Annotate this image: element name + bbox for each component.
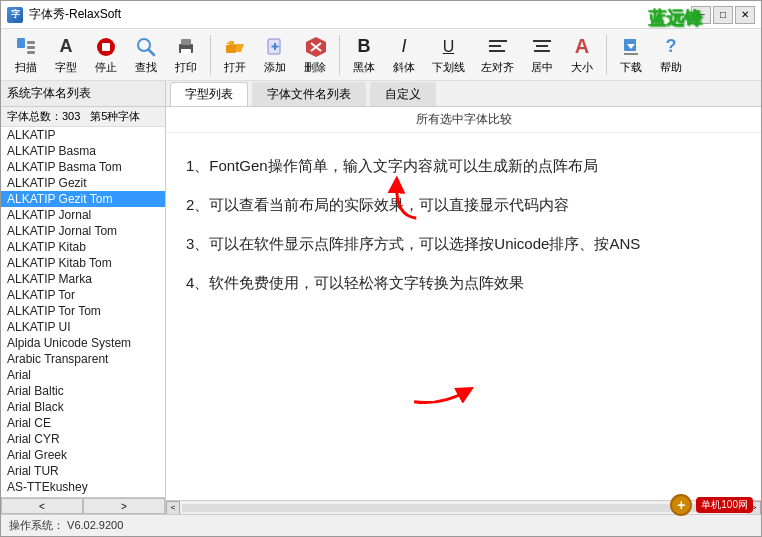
svg-rect-3: [27, 51, 35, 54]
stop-icon: [94, 35, 118, 59]
find-label: 查找: [135, 60, 157, 75]
font-list-item[interactable]: ALKATIP Basma: [1, 143, 165, 159]
font-list-item[interactable]: ALKATIP Kitab Tom: [1, 255, 165, 271]
font-list-item[interactable]: AS-TTEkushey: [1, 479, 165, 495]
toolbar: 扫描 A 字型 停止 查找 打印: [1, 29, 761, 81]
scan-button[interactable]: 扫描: [7, 32, 45, 78]
svg-rect-2: [27, 46, 35, 49]
find-button[interactable]: 查找: [127, 32, 165, 78]
font-stats: 字体总数：303 第5种字体: [1, 107, 165, 127]
font-list-item[interactable]: ALKATIP Kitab: [1, 239, 165, 255]
print-icon: [174, 35, 198, 59]
svg-rect-10: [181, 49, 191, 54]
download-button[interactable]: 下载: [612, 32, 650, 78]
svg-rect-9: [181, 39, 191, 45]
size-button[interactable]: A 大小: [563, 32, 601, 78]
font-icon: A: [54, 35, 78, 59]
list-scroll-btns: < >: [1, 497, 165, 514]
close-button[interactable]: ✕: [735, 6, 755, 24]
font-list-item[interactable]: ALKATIP Gezit: [1, 175, 165, 191]
print-button[interactable]: 打印: [167, 32, 205, 78]
open-button[interactable]: 打开: [216, 32, 254, 78]
add-button[interactable]: 添加: [256, 32, 294, 78]
bold-button[interactable]: B 黑体: [345, 32, 383, 78]
right-panel: 字型列表 字体文件名列表 自定义 蓝远锋 所有选中字体比较: [166, 81, 761, 514]
font-list-item[interactable]: Arial CYR: [1, 431, 165, 447]
open-label: 打开: [224, 60, 246, 75]
add-icon: [263, 35, 287, 59]
italic-icon: I: [392, 35, 416, 59]
size-label: 大小: [571, 60, 593, 75]
font-list-item[interactable]: ALKATIP UI: [1, 319, 165, 335]
scroll-right-button[interactable]: >: [83, 498, 165, 514]
font-list-item[interactable]: ALKATIP: [1, 127, 165, 143]
underline-icon: U: [437, 35, 461, 59]
total-value: 303: [62, 110, 80, 122]
font-list-item[interactable]: Alpida Unicode System: [1, 335, 165, 351]
help-button[interactable]: ? 帮助: [652, 32, 690, 78]
font-list-item[interactable]: Arial Black: [1, 399, 165, 415]
stop-button[interactable]: 停止: [87, 32, 125, 78]
main-content: 系统字体名列表 字体总数：303 第5种字体 ALKATIPALKATIP Ba…: [1, 81, 761, 514]
print-label: 打印: [175, 60, 197, 75]
tab-bar: 字型列表 字体文件名列表 自定义 蓝远锋: [166, 81, 761, 107]
help-icon: ?: [659, 35, 683, 59]
preview-line-2: 2、可以查看当前布局的实际效果，可以直接显示代码内容: [186, 188, 741, 221]
font-list-item[interactable]: ALKATIP Jornal: [1, 207, 165, 223]
font-list-header: 系统字体名列表: [1, 81, 165, 107]
h-scroll-left[interactable]: <: [166, 501, 180, 515]
font-list-item[interactable]: Arial: [1, 367, 165, 383]
align-left-button[interactable]: 左对齐: [474, 32, 521, 78]
font-button[interactable]: A 字型: [47, 32, 85, 78]
font-list-item[interactable]: Arabic Transparent: [1, 351, 165, 367]
font-list[interactable]: ALKATIPALKATIP BasmaALKATIP Basma TomALK…: [1, 127, 165, 497]
font-list-item[interactable]: Arial CE: [1, 415, 165, 431]
preview-area: 1、FontGen操作简单，输入文字内容就可以生成新的点阵布局2、可以查看当前布…: [166, 133, 761, 500]
toolbar-sep-2: [339, 35, 340, 75]
find-icon: [134, 35, 158, 59]
align-left-icon: [486, 35, 510, 59]
arrow-icon-2: [390, 353, 483, 454]
underline-button[interactable]: U 下划线: [425, 32, 472, 78]
title-bar-left: 字 字体秀-RelaxSoft: [7, 6, 121, 23]
download-label: 下载: [620, 60, 642, 75]
font-list-item[interactable]: ALKATIP Tor: [1, 287, 165, 303]
help-label: 帮助: [660, 60, 682, 75]
font-list-item[interactable]: ALKATIP Jornal Tom: [1, 223, 165, 239]
preview-line-4: 4、软件免费使用，可以轻松将文字转换为点阵效果: [186, 266, 741, 299]
tab-file-list[interactable]: 字体文件名列表: [252, 82, 366, 106]
app-icon: 字: [7, 7, 23, 23]
font-list-item[interactable]: Arial Baltic: [1, 383, 165, 399]
delete-label: 删除: [304, 60, 326, 75]
tab-custom[interactable]: 自定义: [370, 82, 436, 106]
status-bar: 操作系统： V6.02.9200 + 单机100网: [1, 514, 761, 536]
font-list-container: ALKATIPALKATIP BasmaALKATIP Basma TomALK…: [1, 127, 165, 497]
font-list-item[interactable]: ALKATIP Basma Tom: [1, 159, 165, 175]
underline-label: 下划线: [432, 60, 465, 75]
title-bar: 字 字体秀-RelaxSoft ─ □ ✕: [1, 1, 761, 29]
align-center-button[interactable]: 居中: [523, 32, 561, 78]
font-list-item[interactable]: ALKATIP Marka: [1, 271, 165, 287]
italic-button[interactable]: I 斜体: [385, 32, 423, 78]
size-icon: A: [570, 35, 594, 59]
font-list-item[interactable]: ALKATIP Gezit Tom: [1, 191, 165, 207]
font-list-item[interactable]: Bahnschrift: [1, 495, 165, 497]
total-label: 字体总数：: [7, 110, 62, 122]
font-list-item[interactable]: Arial TUR: [1, 463, 165, 479]
svg-rect-5: [102, 43, 110, 51]
font-label: 字型: [55, 60, 77, 75]
font-list-item[interactable]: Arial Greek: [1, 447, 165, 463]
scroll-left-button[interactable]: <: [1, 498, 83, 514]
circle-plus-icon: +: [670, 494, 692, 516]
font-list-item[interactable]: ALKATIP Tor Tom: [1, 303, 165, 319]
svg-rect-26: [624, 53, 638, 55]
svg-rect-1: [27, 41, 35, 44]
delete-button[interactable]: 删除: [296, 32, 334, 78]
preview-lines: 1、FontGen操作简单，输入文字内容就可以生成新的点阵布局2、可以查看当前布…: [186, 149, 741, 299]
tab-font-list[interactable]: 字型列表: [170, 82, 248, 106]
italic-label: 斜体: [393, 60, 415, 75]
main-window: 字 字体秀-RelaxSoft ─ □ ✕ 扫描 A 字型 停止: [0, 0, 762, 537]
svg-rect-11: [226, 45, 236, 53]
maximize-button[interactable]: □: [713, 6, 733, 24]
window-title: 字体秀-RelaxSoft: [29, 6, 121, 23]
